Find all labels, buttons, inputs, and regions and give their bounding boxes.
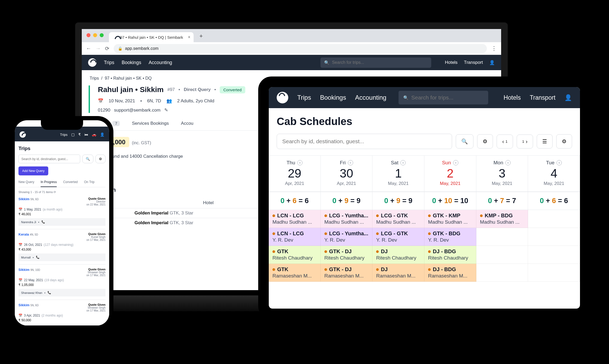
rupee-icon[interactable]: ₹ bbox=[78, 132, 81, 137]
next-button[interactable]: 1› bbox=[517, 135, 533, 149]
calendar-day[interactable]: Fri + 30 Apr, 2021 bbox=[321, 156, 373, 191]
tab-converted[interactable]: Converted bbox=[63, 180, 78, 187]
calendar-day[interactable]: Thu + 29 Apr, 2021 bbox=[269, 156, 321, 191]
trip-card[interactable]: Sikkim 5N, 6D Quote GivenShrawan Singhon… bbox=[18, 300, 106, 325]
cab-cell[interactable]: LCN - LCG Madhu Sudhan ... bbox=[269, 210, 321, 228]
user-icon[interactable]: 👤 bbox=[564, 94, 572, 101]
breadcrumb-trips[interactable]: Trips bbox=[90, 76, 99, 80]
cab-cell[interactable]: DJ - BDG Ritesh Chaudhary bbox=[424, 246, 476, 264]
search-box[interactable]: 🔍 bbox=[320, 58, 431, 68]
user-icon[interactable]: 👤 bbox=[489, 60, 495, 65]
cab-cell[interactable]: GTK - BDG Y. R. Dev bbox=[424, 228, 476, 246]
nav-trips[interactable]: Trips bbox=[297, 94, 311, 101]
tab-services[interactable]: Services Bookings bbox=[132, 121, 169, 130]
cab-cell[interactable]: GTK - DJ Ramaseshan M... bbox=[321, 264, 373, 282]
cab-cell[interactable]: LCG - GTK Madhu Sudhan ... bbox=[372, 210, 424, 228]
refresh-icon[interactable]: ⟳ bbox=[54, 190, 56, 194]
add-icon[interactable]: + bbox=[297, 160, 303, 165]
cab-cell[interactable]: LCG - Yumtha... Y. R. Dev bbox=[321, 228, 373, 246]
add-query-button[interactable]: Add New Query bbox=[18, 166, 48, 175]
trip-card[interactable]: Kerala 4N, 5D Quote GivenKunal Singhon 1… bbox=[18, 229, 106, 265]
cab-search-input[interactable] bbox=[277, 134, 452, 149]
tab-new-query[interactable]: New Query bbox=[18, 180, 34, 187]
calendar-day[interactable]: Sat + 1 May, 2021 bbox=[372, 156, 424, 191]
calendar-day[interactable]: Mon + 3 May, 2021 bbox=[476, 156, 528, 191]
calendar-day[interactable]: Tue + 4 May, 2021 bbox=[528, 156, 580, 191]
status-dot-icon bbox=[376, 232, 379, 235]
trip-card[interactable]: Sikkim 9N, 10D Quote GivenShrawan Singho… bbox=[18, 265, 106, 300]
search-input[interactable] bbox=[411, 94, 483, 101]
nav-bookings[interactable]: Bookings bbox=[122, 60, 141, 65]
browser-menu-icon[interactable]: ⋮ bbox=[491, 45, 497, 52]
search-input[interactable] bbox=[18, 155, 80, 163]
add-icon[interactable]: + bbox=[453, 160, 458, 165]
nav-trips[interactable]: Trips bbox=[60, 133, 68, 137]
cab-cell[interactable]: GTK Ramaseshan M... bbox=[269, 264, 321, 282]
settings-button[interactable]: ⚙ bbox=[556, 134, 572, 149]
cab-cell bbox=[476, 246, 528, 264]
search-button[interactable]: 🔍 bbox=[82, 155, 93, 163]
close-window-icon[interactable] bbox=[87, 33, 90, 37]
cab-cell[interactable]: DJ Ritesh Chaudhary bbox=[372, 246, 424, 264]
back-icon[interactable]: ← bbox=[86, 45, 91, 51]
tablet-device: Trips Bookings Accounting 🔍 Hotels Trans… bbox=[258, 76, 591, 319]
bed-icon[interactable]: 🛏 bbox=[84, 132, 88, 137]
phone-icon[interactable]: 📞 bbox=[47, 291, 51, 294]
nav-trips[interactable]: Trips bbox=[104, 60, 114, 65]
tab-in-progress[interactable]: In Progress bbox=[41, 180, 57, 187]
cab-cell[interactable]: LCG - Yumtha... Madhu Sudhan ... bbox=[321, 210, 373, 228]
search-box[interactable]: 🔍 bbox=[399, 91, 488, 104]
app-logo-icon[interactable] bbox=[20, 131, 26, 138]
prev-button[interactable]: ‹1 bbox=[497, 135, 513, 149]
nav-accounting[interactable]: Accounting bbox=[148, 60, 172, 65]
nav-bookings[interactable]: Bookings bbox=[320, 94, 346, 101]
cab-cell[interactable]: GTK - DJ Ritesh Chaudhary bbox=[321, 246, 373, 264]
add-icon[interactable]: + bbox=[348, 160, 353, 165]
status-dot-icon bbox=[480, 214, 483, 217]
calendar-icon[interactable]: ▢ bbox=[71, 132, 75, 137]
equation-cell: 0 + 10 = 10 bbox=[424, 192, 476, 210]
maximize-window-icon[interactable] bbox=[100, 33, 104, 37]
nav-transport[interactable]: Transport bbox=[530, 94, 555, 101]
calendar-day[interactable]: Sun + 2 May, 2021 bbox=[424, 156, 476, 191]
edit-icon[interactable]: ✎ bbox=[164, 108, 168, 113]
trip-card[interactable]: Sikkim 5N, 6D Quote GivenDirectoron 22 M… bbox=[18, 194, 106, 229]
browser-tab-strip: 97 • Rahul jain • SK • DQ | Sembark × + bbox=[82, 29, 501, 42]
add-icon[interactable]: + bbox=[400, 160, 406, 165]
cab-route: LCN - LCG bbox=[272, 231, 317, 237]
search-icon: 🔍 bbox=[324, 60, 329, 65]
app-logo-icon[interactable] bbox=[277, 92, 288, 103]
cab-cell[interactable]: GTK Ritesh Chaudhary bbox=[269, 246, 321, 264]
tab-accounting[interactable]: Accou bbox=[181, 121, 193, 130]
add-icon[interactable]: + bbox=[505, 160, 511, 165]
nav-hotels[interactable]: Hotels bbox=[503, 94, 521, 101]
cab-cell[interactable]: LCN - LCG Y. R. Dev bbox=[269, 228, 321, 246]
cab-cell[interactable]: KMP - BDG Madhu Sudhan ... bbox=[476, 210, 528, 228]
trip-pax: 2 Adults, 2yo Child bbox=[177, 98, 214, 104]
minimize-window-icon[interactable] bbox=[93, 33, 97, 37]
nav-transport[interactable]: Transport bbox=[464, 60, 483, 65]
search-input[interactable] bbox=[332, 60, 428, 65]
reload-icon[interactable]: ⟳ bbox=[105, 45, 109, 52]
user-icon[interactable]: 👤 bbox=[100, 132, 104, 137]
add-icon[interactable]: + bbox=[557, 160, 562, 165]
close-tab-icon[interactable]: × bbox=[188, 35, 190, 40]
list-view-button[interactable]: ☰ bbox=[537, 134, 553, 149]
app-logo-icon[interactable] bbox=[88, 58, 97, 67]
nav-accounting[interactable]: Accounting bbox=[355, 94, 386, 101]
cab-cell[interactable]: GTK - KMP Madhu Sudhan ... bbox=[424, 210, 476, 228]
address-bar[interactable]: 🔒 app.sembark.com bbox=[114, 44, 487, 53]
cab-cell[interactable]: DJ Ramaseshan M... bbox=[372, 264, 424, 282]
cab-cell[interactable]: LCG - GTK Y. R. Dev bbox=[372, 228, 424, 246]
search-button[interactable]: 🔍 bbox=[456, 134, 473, 149]
cab-cell[interactable]: DJ - BDG Ramaseshan M... bbox=[424, 264, 476, 282]
browser-tab[interactable]: 97 • Rahul jain • SK • DQ | Sembark × bbox=[109, 32, 194, 42]
tab-on-trip[interactable]: On Trip bbox=[84, 180, 94, 187]
nav-hotels[interactable]: Hotels bbox=[445, 60, 458, 65]
phone-icon[interactable]: 📞 bbox=[36, 256, 40, 259]
phone-icon[interactable]: 📞 bbox=[41, 220, 45, 224]
new-tab-button[interactable]: + bbox=[196, 30, 207, 42]
car-icon[interactable]: 🚗 bbox=[92, 132, 96, 137]
filter-button[interactable]: ⚙ bbox=[477, 134, 493, 149]
filter-button[interactable]: ⚙ bbox=[95, 155, 106, 163]
